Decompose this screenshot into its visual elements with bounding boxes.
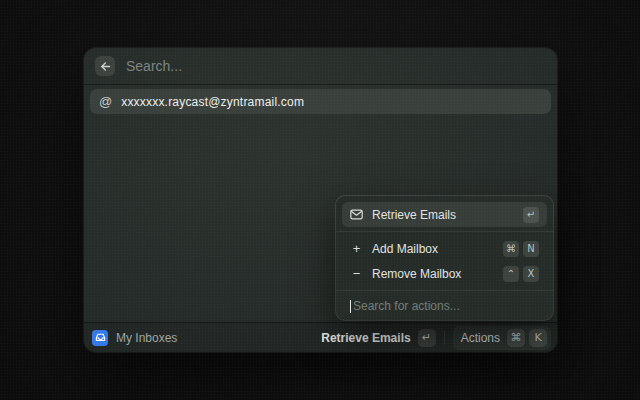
actions-search-input[interactable] [353,299,539,313]
cmd-key-badge: ⌘ [507,329,525,347]
action-label: Retrieve Emails [372,208,514,222]
launcher-window: @ xxxxxxx.raycast@zyntramail.com Retriev… [84,48,557,352]
actions-menu-button[interactable]: Actions ⌘ K [453,326,551,350]
cmd-key-badge: ⌘ [503,241,519,257]
mailbox-address-label: xxxxxxx.raycast@zyntramail.com [121,95,304,109]
text-cursor [350,300,351,313]
list-item-mailbox[interactable]: @ xxxxxxx.raycast@zyntramail.com [90,89,551,114]
footer-bar: My Inboxes Retrieve Emails ↵ Actions ⌘ K [84,322,557,352]
results-list: @ xxxxxxx.raycast@zyntramail.com [84,85,557,118]
back-arrow-icon [99,60,112,73]
at-sign-icon: @ [99,95,112,108]
action-add-mailbox[interactable]: + Add Mailbox ⌘ N [342,236,547,261]
minus-icon: − [350,267,363,280]
back-button[interactable] [95,56,115,76]
action-remove-mailbox[interactable]: − Remove Mailbox ⌃ X [342,261,547,286]
ctrl-key-badge: ⌃ [503,266,519,282]
app-name-label: My Inboxes [116,331,177,345]
panel-divider [336,290,553,291]
inbox-app-icon [92,330,108,346]
search-header [84,48,557,85]
x-key-badge: X [523,266,539,282]
actions-button-label: Actions [461,331,500,345]
shortcut-keys: ⌘ N [503,241,539,257]
actions-panel: Retrieve Emails ↵ + Add Mailbox ⌘ N − Re… [336,196,553,320]
action-label: Add Mailbox [372,242,494,256]
envelope-icon [350,209,363,220]
action-label: Remove Mailbox [372,267,494,281]
footer-primary-action[interactable]: Retrieve Emails [321,331,410,345]
desktop-background: @ xxxxxxx.raycast@zyntramail.com Retriev… [0,0,640,400]
return-key-badge: ↵ [523,207,539,223]
search-input[interactable] [126,58,546,74]
footer-divider [444,331,445,345]
return-key-badge: ↵ [418,329,436,347]
actions-search-row [342,295,547,317]
k-key-badge: K [529,329,547,347]
n-key-badge: N [523,241,539,257]
shortcut-keys: ⌃ X [503,266,539,282]
action-retrieve-emails[interactable]: Retrieve Emails ↵ [342,202,547,227]
panel-divider [336,231,553,232]
plus-icon: + [350,242,363,255]
